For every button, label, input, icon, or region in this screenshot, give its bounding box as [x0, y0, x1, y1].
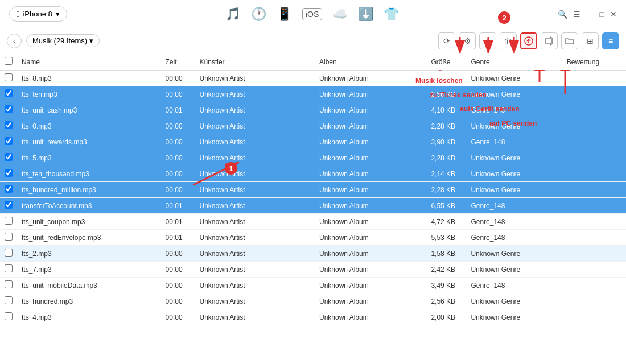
- header-genre[interactable]: Genre: [466, 53, 562, 71]
- header-size[interactable]: Größe: [426, 53, 466, 71]
- folder-selector[interactable]: Musik (29 Items) ▾: [26, 34, 100, 47]
- table-row[interactable]: tts_ten.mp3 00:00 Unknown Artist Unknown…: [0, 86, 626, 102]
- close-icon[interactable]: ✕: [610, 10, 617, 19]
- row-checkbox-cell[interactable]: [0, 262, 17, 278]
- table-row[interactable]: tts_0.mp3 00:00 Unknown Artist Unknown A…: [0, 118, 626, 134]
- table-row[interactable]: tts_5.mp3 00:00 Unknown Artist Unknown A…: [0, 150, 626, 166]
- row-rating: [562, 230, 626, 246]
- row-checkbox[interactable]: [5, 185, 13, 193]
- tshirt-nav-icon[interactable]: 👕: [384, 7, 399, 22]
- refresh-button[interactable]: ⟳: [438, 32, 455, 49]
- music-nav-icon[interactable]: 🎵: [225, 7, 241, 22]
- row-checkbox-cell[interactable]: [0, 246, 17, 262]
- row-checkbox[interactable]: [5, 264, 13, 272]
- export-itunes-button[interactable]: [520, 32, 537, 49]
- row-name: tts_7.mp3: [17, 262, 161, 278]
- table-row[interactable]: tts_7.mp3 00:00 Unknown Artist Unknown A…: [0, 262, 626, 278]
- menu-icon[interactable]: ☰: [573, 10, 580, 19]
- cloud-nav-icon[interactable]: ☁️: [332, 7, 348, 22]
- table-row[interactable]: tts_2.mp3 00:00 Unknown Artist Unknown A…: [0, 246, 626, 262]
- back-button[interactable]: ‹: [7, 34, 22, 48]
- add-button[interactable]: +: [479, 32, 496, 49]
- row-time: 00:00: [161, 309, 195, 325]
- list-view-button[interactable]: ≡: [602, 32, 619, 49]
- settings-button[interactable]: ⚙: [459, 32, 476, 49]
- table-row[interactable]: tts_unit_redEnvelope.mp3 00:01 Unknown A…: [0, 230, 626, 246]
- row-album: Unknown Album: [315, 230, 426, 246]
- table-row[interactable]: tts_ten_thousand.mp3 00:00 Unknown Artis…: [0, 166, 626, 182]
- header-name[interactable]: Name: [17, 53, 161, 71]
- phone-nav-icon[interactable]: 📱: [277, 7, 292, 22]
- row-checkbox[interactable]: [5, 121, 13, 129]
- select-all-checkbox[interactable]: [5, 57, 13, 65]
- row-checkbox[interactable]: [5, 201, 13, 209]
- row-name: tts_ten.mp3: [17, 86, 161, 102]
- delete-button[interactable]: 🗑: [500, 32, 517, 49]
- header-album[interactable]: Alben: [315, 53, 426, 71]
- row-checkbox-cell[interactable]: [0, 182, 17, 198]
- row-checkbox[interactable]: [5, 105, 13, 113]
- row-checkbox-cell[interactable]: [0, 166, 17, 182]
- back-icon: ‹: [13, 37, 15, 45]
- row-checkbox-cell[interactable]: [0, 71, 17, 86]
- row-checkbox[interactable]: [5, 217, 13, 225]
- header-time[interactable]: Zeit: [161, 53, 195, 71]
- search-icon[interactable]: 🔍: [558, 10, 567, 19]
- table-row[interactable]: tts_hundred_million.mp3 00:00 Unknown Ar…: [0, 182, 626, 198]
- row-checkbox-cell[interactable]: [0, 86, 17, 102]
- row-size: 2,42 KB: [426, 262, 466, 278]
- row-name: tts_unit_coupon.mp3: [17, 214, 161, 230]
- row-name: tts_hundred.mp3: [17, 293, 161, 309]
- row-checkbox-cell[interactable]: [0, 293, 17, 309]
- header-checkbox-col[interactable]: [0, 53, 17, 71]
- header-artist[interactable]: Künstler: [195, 53, 315, 71]
- ios-nav-icon[interactable]: iOS: [302, 8, 322, 20]
- table-row[interactable]: tts_unit_rewards.mp3 00:00 Unknown Artis…: [0, 134, 626, 150]
- row-checkbox[interactable]: [5, 89, 13, 97]
- download-nav-icon[interactable]: ⬇️: [358, 7, 373, 22]
- header-rating[interactable]: Bewertung: [562, 53, 626, 71]
- table-row[interactable]: transferToAccount.mp3 00:01 Unknown Arti…: [0, 198, 626, 214]
- folder-button[interactable]: [561, 32, 578, 49]
- row-checkbox-cell[interactable]: [0, 118, 17, 134]
- table-row[interactable]: tts_hundred.mp3 00:00 Unknown Artist Unk…: [0, 293, 626, 309]
- table-row[interactable]: tts_unit_cash.mp3 00:01 Unknown Artist U…: [0, 102, 626, 118]
- row-checkbox-cell[interactable]: [0, 102, 17, 118]
- file-table-container[interactable]: Name Zeit Künstler Alben Größe Genre Bew…: [0, 53, 626, 364]
- row-checkbox-cell[interactable]: [0, 214, 17, 230]
- row-checkbox-cell[interactable]: [0, 134, 17, 150]
- table-row[interactable]: tts_8.mp3 00:00 Unknown Artist Unknown A…: [0, 71, 626, 86]
- row-artist: Unknown Artist: [195, 134, 315, 150]
- grid-view-button[interactable]: ⊞: [582, 32, 599, 49]
- history-nav-icon[interactable]: 🕐: [251, 7, 266, 22]
- row-checkbox[interactable]: [5, 73, 13, 81]
- row-checkbox-cell[interactable]: [0, 150, 17, 166]
- row-checkbox[interactable]: [5, 169, 13, 177]
- row-checkbox-cell[interactable]: [0, 230, 17, 246]
- row-checkbox-cell[interactable]: [0, 309, 17, 325]
- row-checkbox[interactable]: [5, 249, 13, 257]
- row-size: 3,49 KB: [426, 278, 466, 293]
- maximize-icon[interactable]: □: [600, 10, 604, 19]
- table-body: tts_8.mp3 00:00 Unknown Artist Unknown A…: [0, 71, 626, 325]
- row-checkbox[interactable]: [5, 137, 13, 145]
- row-album: Unknown Album: [315, 309, 426, 325]
- row-size: [426, 71, 466, 86]
- row-checkbox[interactable]: [5, 296, 13, 304]
- row-checkbox[interactable]: [5, 233, 13, 241]
- row-album: Unknown Album: [315, 150, 426, 166]
- row-genre: Unknown Genre: [466, 86, 562, 102]
- device-selector[interactable]:  iPhone 8 ▾: [9, 6, 67, 22]
- row-rating: [562, 182, 626, 198]
- table-row[interactable]: tts_4.mp3 00:00 Unknown Artist Unknown A…: [0, 309, 626, 325]
- row-checkbox-cell[interactable]: [0, 198, 17, 214]
- row-size: 2,28 KB: [426, 150, 466, 166]
- table-row[interactable]: tts_unit_mobileData.mp3 00:00 Unknown Ar…: [0, 278, 626, 293]
- send-device-button[interactable]: [541, 32, 558, 49]
- row-checkbox[interactable]: [5, 312, 13, 320]
- table-row[interactable]: tts_unit_coupon.mp3 00:01 Unknown Artist…: [0, 214, 626, 230]
- row-checkbox[interactable]: [5, 280, 13, 288]
- row-checkbox-cell[interactable]: [0, 278, 17, 293]
- row-checkbox[interactable]: [5, 153, 13, 161]
- minimize-icon[interactable]: —: [586, 10, 594, 19]
